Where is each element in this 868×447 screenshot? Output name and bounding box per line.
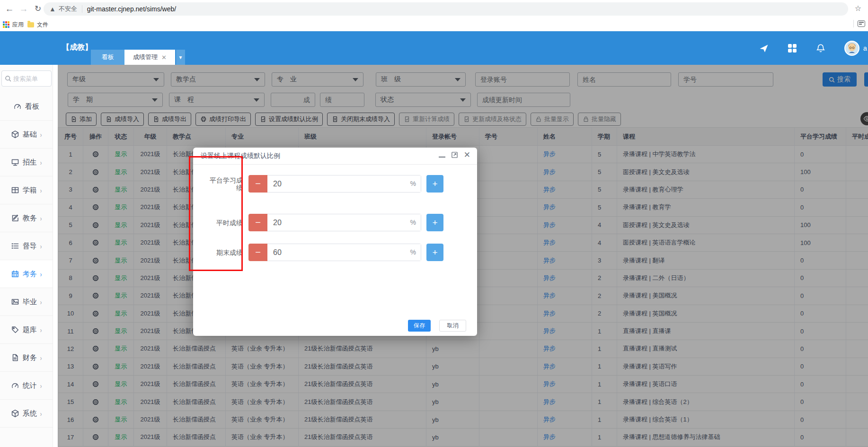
increase-button[interactable]: + [426, 244, 443, 261]
save-button[interactable]: 保存 [408, 320, 431, 332]
sidebar-item-label: 毕业 [23, 298, 37, 307]
bookmark-label: 应用 [12, 21, 24, 29]
browser-reload-icon[interactable]: ↻ [31, 2, 44, 16]
sidebar-item-10[interactable]: 统计› [0, 372, 53, 400]
list-icon [11, 242, 19, 250]
decrease-button[interactable]: − [248, 175, 267, 193]
sidebar-item-label: 系统 [23, 409, 37, 418]
chevron-right-icon: › [40, 410, 42, 418]
sidebar-item-label: 题库 [23, 325, 37, 334]
bookmarks-divider [853, 20, 854, 27]
chevron-right-icon: › [40, 326, 42, 334]
image-icon [11, 298, 19, 306]
warning-icon: ▲ [49, 5, 56, 13]
sidebar-item-8[interactable]: 题库› [0, 316, 53, 344]
chevron-right-icon: › [40, 242, 42, 250]
rocket-icon[interactable] [759, 44, 769, 53]
avatar[interactable] [844, 41, 859, 56]
platform-score-input[interactable] [267, 175, 421, 192]
final-score-field: % [267, 244, 421, 261]
app-badge: 【成教】 [62, 43, 92, 53]
cube-icon [11, 130, 19, 139]
percent-unit: % [410, 248, 416, 256]
sidebar-item-label: 统计 [23, 381, 37, 390]
sidebar-item-1[interactable]: 基础› [0, 121, 53, 149]
minimize-icon[interactable] [439, 153, 445, 158]
chevron-right-icon: › [40, 131, 42, 139]
increase-button[interactable]: + [426, 175, 443, 193]
browser-forward-icon[interactable]: → [17, 2, 30, 16]
sidebar-item-11[interactable]: 系统› [0, 400, 53, 428]
sidebar-search-input[interactable] [13, 75, 46, 82]
sidebar-item-7[interactable]: 毕业› [0, 288, 53, 316]
sidebar-item-label: 看板 [25, 102, 39, 111]
maximize-icon[interactable] [451, 151, 458, 158]
url-text: git-master.cjnep.net/sims/web/ [87, 5, 176, 13]
dialog-header[interactable]: 设置线上课程成绩默认比例 [193, 148, 477, 165]
sidebar-menu: 看板基础›招生›学籍›教务›督导›考务›毕业›题库›财务›统计›系统› [0, 93, 53, 428]
sidebar-search[interactable] [1, 70, 52, 87]
field-label: 平台学习成绩 [207, 176, 243, 192]
usual-score-field: % [267, 214, 421, 231]
field-label: 期末成绩 [207, 249, 243, 256]
address-bar[interactable]: ▲ 不安全 git-master.cjnep.net/sims/web/ [44, 2, 848, 16]
bookmark-star-icon[interactable]: ☆ [855, 4, 861, 13]
dialog-title: 设置线上课程成绩默认比例 [201, 152, 280, 160]
tab-dashboard[interactable]: 看板 [91, 50, 124, 65]
sidebar-item-4[interactable]: 教务› [0, 204, 53, 232]
decrease-button[interactable]: − [248, 244, 267, 261]
content-pane: 年级 教学点 专 业 班 级 搜索 学 期 课 程 状态 添加 [53, 65, 868, 447]
sidebar-item-label: 考务 [23, 270, 37, 279]
sidebar-item-label: 督导 [23, 242, 37, 251]
bookmark-label: 文件 [37, 21, 48, 29]
document-icon [11, 353, 19, 362]
folder-icon [27, 22, 34, 27]
cube-icon [11, 409, 19, 418]
close-icon[interactable]: ✕ [464, 151, 470, 158]
calendar-icon [11, 270, 19, 278]
usual-score-input[interactable] [267, 214, 421, 231]
username-text: a [863, 44, 868, 52]
chevron-right-icon: › [40, 354, 42, 362]
sidebar-item-5[interactable]: 督导› [0, 232, 53, 260]
reading-list-icon[interactable] [858, 20, 865, 27]
sidebar-item-label: 学籍 [23, 186, 37, 195]
cancel-button[interactable]: 取消 [439, 320, 466, 332]
sidebar-item-label: 招生 [23, 158, 37, 167]
apps-launcher-icon[interactable] [788, 44, 797, 53]
ratio-settings-dialog: 设置线上课程成绩默认比例 ✕ 平台学习成绩 − % + 平时成绩 − [193, 148, 477, 336]
chevron-right-icon: › [40, 186, 42, 194]
table-icon [11, 186, 19, 194]
security-label: 不安全 [59, 5, 77, 13]
sidebar: 看板基础›招生›学籍›教务›督导›考务›毕业›题库›财务›统计›系统› [0, 65, 53, 447]
decrease-button[interactable]: − [248, 214, 267, 231]
tab-strip: 看板 成绩管理 ✕ ▼ [91, 50, 185, 65]
chevron-right-icon: › [40, 298, 42, 306]
chevron-right-icon: › [40, 158, 42, 167]
close-tab-icon[interactable]: ✕ [161, 54, 167, 61]
bookmarks-bar: 应用 文件 [0, 18, 868, 31]
sidebar-item-9[interactable]: 财务› [0, 344, 53, 372]
chevron-right-icon: › [40, 270, 42, 278]
chevron-right-icon: › [40, 382, 42, 390]
edit-icon [11, 214, 19, 222]
search-icon [5, 75, 11, 82]
address-divider [82, 5, 82, 13]
tab-grade-management[interactable]: 成绩管理 ✕ [124, 50, 175, 65]
bookmark-apps[interactable]: 应用 [3, 20, 24, 29]
sidebar-item-label: 基础 [23, 130, 37, 139]
bell-icon[interactable] [816, 44, 825, 53]
sidebar-item-2[interactable]: 招生› [0, 149, 53, 176]
browser-back-icon[interactable]: ← [3, 2, 16, 16]
platform-score-field: % [267, 175, 421, 193]
final-score-input[interactable] [267, 244, 421, 261]
monitor-icon [11, 158, 19, 167]
tag-icon [11, 325, 19, 334]
increase-button[interactable]: + [426, 214, 443, 231]
sidebar-item-3[interactable]: 学籍› [0, 176, 53, 204]
apps-grid-icon [3, 21, 9, 28]
bookmark-files[interactable]: 文件 [27, 20, 48, 29]
sidebar-item-6[interactable]: 考务› [0, 260, 53, 288]
tab-list-chevron-icon[interactable]: ▼ [176, 50, 185, 65]
sidebar-item-0[interactable]: 看板 [0, 93, 53, 121]
